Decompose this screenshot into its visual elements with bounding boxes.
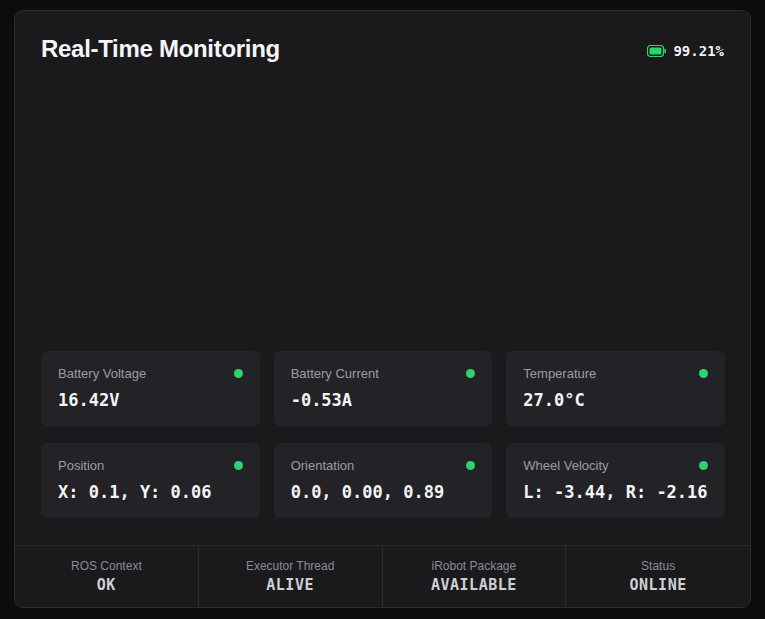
monitoring-panel: Real-Time Monitoring 99.21% Battery Volt… <box>14 10 751 608</box>
card-battery-current: Battery Current -0.53A <box>274 351 493 426</box>
card-temperature: Temperature 27.0°C <box>506 351 725 426</box>
card-battery-voltage: Battery Voltage 16.42V <box>41 351 260 426</box>
card-wheel-velocity: Wheel Velocity L: -3.44, R: -2.16 <box>506 443 725 518</box>
card-header-row: Battery Voltage <box>58 366 243 381</box>
status-label: Executor Thread <box>246 559 335 573</box>
status-label: iRobot Package <box>432 559 517 573</box>
status-value: ALIVE <box>266 576 314 594</box>
status-ok-icon <box>699 461 708 470</box>
card-header-row: Wheel Velocity <box>523 458 708 473</box>
status-value: OK <box>97 576 116 594</box>
page-title: Real-Time Monitoring <box>41 35 280 63</box>
battery-icon <box>647 45 666 57</box>
card-value: X: 0.1, Y: 0.06 <box>58 482 243 502</box>
card-position: Position X: 0.1, Y: 0.06 <box>41 443 260 518</box>
status-ok-icon <box>466 461 475 470</box>
card-label: Battery Current <box>291 366 379 381</box>
card-label: Orientation <box>291 458 355 473</box>
status-value: ONLINE <box>630 576 687 594</box>
metric-cards-grid: Battery Voltage 16.42V Battery Current -… <box>15 351 750 518</box>
card-label: Position <box>58 458 104 473</box>
card-header-row: Temperature <box>523 366 708 381</box>
status-label: ROS Context <box>71 559 142 573</box>
card-value: L: -3.44, R: -2.16 <box>523 482 708 502</box>
status-ok-icon <box>466 369 475 378</box>
panel-header: Real-Time Monitoring 99.21% <box>15 11 750 63</box>
status-cell-ros-context: ROS Context OK <box>15 546 199 607</box>
status-cell-irobot-package: iRobot Package AVAILABLE <box>383 546 567 607</box>
card-header-row: Orientation <box>291 458 476 473</box>
card-value: 16.42V <box>58 390 243 410</box>
card-label: Wheel Velocity <box>523 458 608 473</box>
status-ok-icon <box>234 369 243 378</box>
card-orientation: Orientation 0.0, 0.00, 0.89 <box>274 443 493 518</box>
card-value: 0.0, 0.00, 0.89 <box>291 482 476 502</box>
card-header-row: Battery Current <box>291 366 476 381</box>
status-label: Status <box>641 559 675 573</box>
status-bar: ROS Context OK Executor Thread ALIVE iRo… <box>15 545 750 607</box>
content-area <box>15 63 750 351</box>
card-label: Temperature <box>523 366 596 381</box>
status-value: AVAILABLE <box>431 576 517 594</box>
battery-percent: 99.21% <box>673 43 724 59</box>
status-ok-icon <box>699 369 708 378</box>
status-cell-status: Status ONLINE <box>566 546 750 607</box>
status-cell-executor-thread: Executor Thread ALIVE <box>199 546 383 607</box>
card-label: Battery Voltage <box>58 366 146 381</box>
status-ok-icon <box>234 461 243 470</box>
card-value: 27.0°C <box>523 390 708 410</box>
card-header-row: Position <box>58 458 243 473</box>
battery-indicator: 99.21% <box>647 43 724 59</box>
card-value: -0.53A <box>291 390 476 410</box>
